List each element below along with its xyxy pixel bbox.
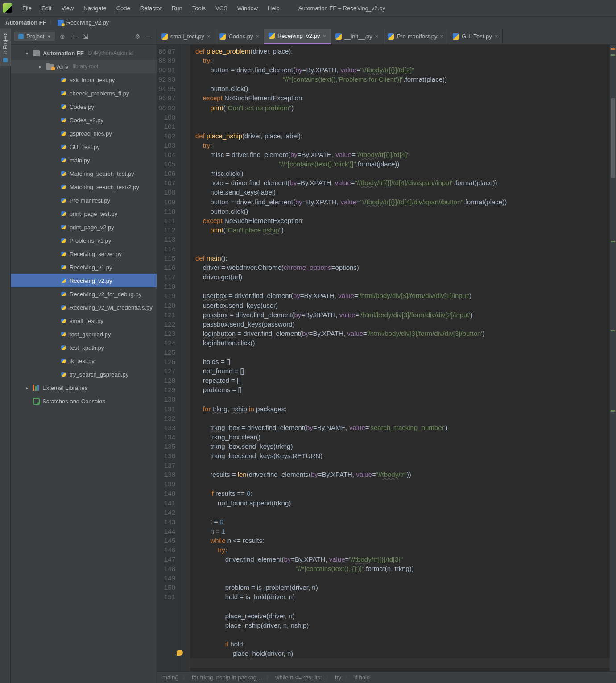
breadcrumb-file[interactable]: Receiving_v2.py [66, 19, 109, 26]
code-editor[interactable]: 86 87 88 89 90 91 92 93 94 95 96 97 98 9… [157, 45, 616, 671]
menu-window[interactable]: Window [233, 3, 262, 13]
breadcrumb-segment[interactable]: try [335, 674, 341, 681]
python-file-icon [60, 143, 67, 150]
editor-tab[interactable]: Codes.py× [215, 29, 264, 44]
breadcrumb-segment[interactable]: for trkng, nship in packag… [192, 674, 262, 681]
code-content[interactable]: def place_problem(driver, place): try: b… [190, 45, 610, 671]
tree-file[interactable]: tk_test.py [11, 354, 157, 368]
menu-tools[interactable]: Tools [188, 3, 210, 13]
project-view-icon [18, 34, 24, 39]
tree-file[interactable]: Codes_v2.py [11, 113, 157, 127]
editor-tab[interactable]: GUI Test.py× [448, 29, 503, 44]
tree-external-libraries[interactable]: ▸ External Libraries [11, 381, 157, 394]
tree-scratches[interactable]: Scratches and Consoles [11, 394, 157, 408]
menu-navigate[interactable]: Navigate [79, 3, 111, 13]
tree-file[interactable]: Receiving_server.py [11, 247, 157, 261]
python-file-icon [60, 170, 67, 177]
tree-file[interactable]: test_xpath.py [11, 341, 157, 354]
scroll-marker [611, 54, 615, 56]
scroll-marker [611, 48, 615, 50]
hide-icon[interactable]: — [145, 33, 153, 41]
tree-file[interactable]: Matching_search_test-2.py [11, 180, 157, 194]
menu-vcs[interactable]: VCS [211, 3, 232, 13]
menu-help[interactable]: Help [263, 3, 284, 13]
close-tab-icon[interactable]: × [207, 33, 211, 40]
breadcrumb-segment[interactable]: if hold [354, 674, 370, 681]
tree-file[interactable]: cheeck_problems_ff.py [11, 87, 157, 100]
scroll-marker [611, 330, 615, 331]
tree-file[interactable]: ask_input_test.py [11, 73, 157, 87]
tree-file[interactable]: print_page_v2.py [11, 220, 157, 234]
vertical-scrollbar[interactable] [610, 45, 616, 671]
menu-file[interactable]: File [18, 3, 36, 13]
python-file-icon [60, 90, 67, 97]
tree-file[interactable]: Receiving_v1.py [11, 261, 157, 274]
tree-root[interactable]: ▾ Automation FF D:\Python\Automat [11, 46, 157, 60]
tree-file[interactable]: print_page_test.py [11, 207, 157, 220]
python-file-icon [60, 317, 67, 324]
project-tool-button[interactable]: 1: Project [0, 29, 11, 66]
tree-file[interactable]: Pre-manifest.py [11, 194, 157, 207]
python-file-icon [60, 371, 67, 378]
python-file-icon [219, 33, 226, 40]
breadcrumb-segment[interactable]: while n <= results: [275, 674, 322, 681]
tree-file[interactable]: Codes.py [11, 100, 157, 113]
python-file-icon [60, 357, 67, 364]
tree-file[interactable]: Problems_v1.py [11, 234, 157, 247]
tree-venv[interactable]: ▸ venv library root [11, 60, 157, 73]
close-tab-icon[interactable]: × [440, 33, 444, 40]
expand-all-icon[interactable]: ≑ [70, 33, 78, 41]
locate-icon[interactable]: ⊕ [58, 33, 66, 41]
collapse-all-icon[interactable]: ⇲ [82, 33, 90, 41]
project-view-selector[interactable]: Project ▼ [14, 32, 55, 41]
project-tree[interactable]: ▾ Automation FF D:\Python\Automat ▸ venv… [11, 45, 157, 683]
menu-refactor[interactable]: Refactor [136, 3, 166, 13]
tree-file[interactable]: small_test.py [11, 314, 157, 327]
python-file-icon [60, 250, 67, 257]
python-file-icon [60, 197, 67, 204]
tree-file[interactable]: Matching_search_test.py [11, 167, 157, 180]
tree-file[interactable]: Receiving_v2_wt_credentials.py [11, 301, 157, 314]
editor-breadcrumb[interactable]: main()〉for trkng, nship in packag…〉while… [157, 671, 616, 683]
breadcrumb-segment[interactable]: main() [162, 674, 179, 681]
tree-file[interactable]: try_search_gspread.py [11, 368, 157, 381]
editor-tab[interactable]: __init__.py× [331, 29, 383, 44]
chevron-down-icon: ▾ [26, 51, 30, 56]
menu-view[interactable]: View [57, 3, 78, 13]
gear-icon[interactable]: ⚙ [133, 33, 141, 41]
tree-file[interactable]: test_gspread.py [11, 327, 157, 341]
menu-run[interactable]: Run [167, 3, 187, 13]
python-file-icon [60, 183, 67, 190]
editor-tab[interactable]: Receiving_v2.py× [264, 29, 331, 44]
close-tab-icon[interactable]: × [256, 33, 259, 40]
left-tool-strip: 1: Project [0, 29, 11, 683]
app-logo-icon [3, 3, 12, 13]
menu-code[interactable]: Code [112, 3, 135, 13]
chevron-right-icon: 〉 [49, 19, 55, 27]
tree-file[interactable]: gspread_files.py [11, 127, 157, 140]
close-tab-icon[interactable]: × [375, 33, 379, 40]
tree-file[interactable]: GUI Test.py [11, 140, 157, 153]
python-file-icon [60, 331, 67, 338]
menu-edit[interactable]: Edit [37, 3, 56, 13]
tree-file[interactable]: Receiving_v2.py [11, 274, 157, 287]
project-icon [3, 58, 8, 62]
close-tab-icon[interactable]: × [495, 33, 498, 40]
python-file-icon [60, 116, 67, 124]
tree-file[interactable]: Receiving_v2_for_debug.py [11, 287, 157, 301]
gutter-marks [182, 45, 190, 671]
scratches-icon [33, 398, 40, 405]
editor-tabs: small_test.py×Codes.py×Receiving_v2.py×_… [157, 29, 616, 45]
chevron-right-icon: ▸ [39, 64, 44, 69]
editor-tab[interactable]: Pre-manifest.py× [383, 29, 448, 44]
line-number-gutter: 86 87 88 89 90 91 92 93 94 95 96 97 98 9… [157, 45, 182, 671]
python-file-icon [60, 130, 67, 137]
tree-file[interactable]: main.py [11, 153, 157, 167]
editor-tab[interactable]: small_test.py× [157, 29, 215, 44]
scrollbar-thumb[interactable] [611, 98, 615, 178]
chevron-right-icon: ▸ [26, 385, 30, 390]
breadcrumb-project[interactable]: Automation FF [5, 19, 46, 26]
python-file-icon [60, 157, 67, 164]
close-tab-icon[interactable]: × [322, 33, 326, 39]
python-file-icon [161, 33, 168, 40]
